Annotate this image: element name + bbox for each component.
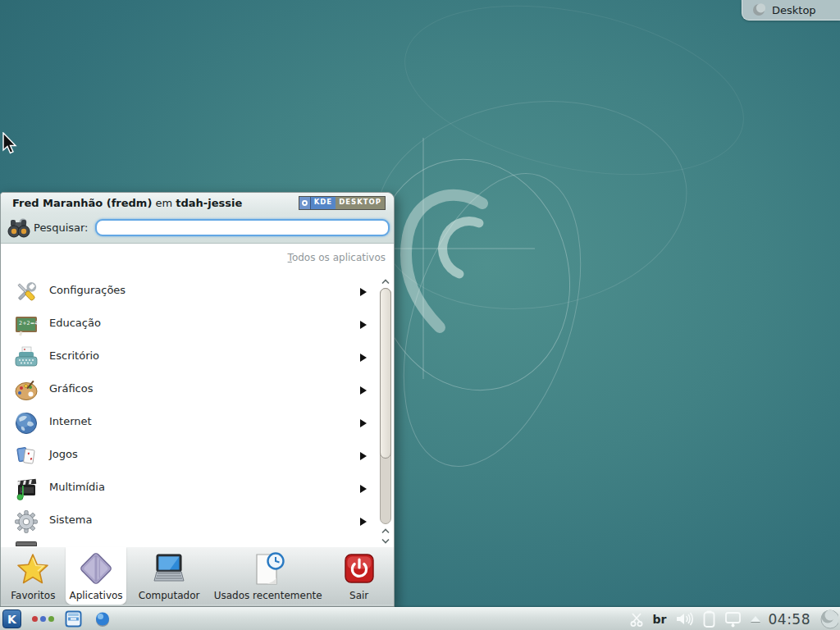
- kickoff-search-row: Pesquisar:: [1, 212, 394, 244]
- tray-expander-up-icon[interactable]: [751, 616, 760, 622]
- star-icon: [15, 551, 51, 587]
- paint-palette-icon: [13, 377, 39, 404]
- submenu-arrow-icon: [360, 386, 367, 395]
- tab-sair[interactable]: Sair: [324, 547, 394, 605]
- clapperboard-note-icon: ♪: [13, 476, 39, 502]
- badge-kde-label: KDE: [311, 197, 336, 209]
- submenu-arrow-icon: [360, 321, 367, 329]
- menu-item-sistema[interactable]: Sistema: [1, 505, 378, 538]
- submenu-arrow-icon: [360, 354, 367, 362]
- scrollbar-thumb[interactable]: [380, 288, 391, 459]
- desktop: Desktop Fred Maranhão (fredm) em tdah-je…: [0, 0, 840, 630]
- scissors-icon[interactable]: [629, 611, 645, 627]
- kickoff-launcher: Fred Maranhão (fredm) em tdah-jessie KDE…: [0, 192, 395, 607]
- mouse-cursor: [2, 132, 20, 157]
- crossed-tools-icon: [13, 279, 39, 305]
- menu-item-educacao[interactable]: 2+2=4 Educação: [1, 308, 378, 341]
- kickoff-header: Fred Maranhão (fredm) em tdah-jessie KDE…: [1, 193, 394, 212]
- menu-scrollbar[interactable]: [379, 277, 392, 546]
- volume-icon[interactable]: [675, 611, 695, 627]
- badge-desktop-label: DESKTOP: [336, 197, 385, 209]
- scroll-down-icon[interactable]: [380, 536, 391, 545]
- submenu-arrow-icon: [360, 419, 367, 427]
- cashew-icon: [752, 3, 765, 16]
- device-notifier-icon[interactable]: [724, 611, 742, 628]
- scroll-up-icon[interactable]: [380, 277, 391, 285]
- kde-desktop-badge: KDE DESKTOP: [299, 196, 386, 210]
- menu-item-configuracoes[interactable]: Configurações: [1, 276, 378, 308]
- chalkboard-icon: 2+2=4: [13, 312, 39, 338]
- gear-icon: [13, 509, 39, 535]
- kickoff-menu-body: Todos os aplicativos Configurações: [1, 244, 394, 547]
- kickoff-tab-bar: Favoritos Aplicativos: [1, 546, 394, 605]
- submenu-arrow-icon: [360, 288, 367, 296]
- breadcrumb[interactable]: Todos os aplicativos: [288, 252, 386, 263]
- playing-cards-icon: [13, 443, 39, 469]
- activities-dots-icon[interactable]: [32, 616, 54, 622]
- kde-diamond-icon: [78, 551, 114, 587]
- kickoff-bottom-edge: [1, 605, 394, 606]
- binoculars-icon: [7, 216, 30, 240]
- kmenu-icon[interactable]: K: [2, 609, 21, 628]
- battery-icon[interactable]: [703, 610, 715, 628]
- recent-document-clock-icon: [249, 551, 288, 587]
- submenu-arrow-icon: [360, 485, 367, 493]
- menu-item-internet[interactable]: Internet: [1, 407, 378, 440]
- globe-icon: [13, 410, 39, 436]
- header-connector: em: [152, 197, 176, 209]
- tab-usados-recentemente[interactable]: Usados recentemente: [212, 547, 324, 605]
- svg-text:2+2=4: 2+2=4: [19, 320, 38, 326]
- keyboard-layout-indicator[interactable]: br: [653, 613, 667, 626]
- typewriter-icon: [13, 345, 39, 371]
- menu-item-jogos[interactable]: Jogos: [1, 440, 378, 472]
- desktop-toolbox[interactable]: Desktop: [742, 0, 840, 21]
- plasma-sphere-icon[interactable]: [93, 610, 112, 628]
- panel-launchers: K: [2, 608, 112, 630]
- search-label: Pesquisar:: [34, 221, 89, 234]
- desktop-toolbox-label: Desktop: [772, 4, 816, 16]
- menu-item-graficos[interactable]: Gráficos: [1, 374, 378, 407]
- laptop-icon: [148, 551, 190, 587]
- submenu-arrow-icon: [360, 518, 367, 526]
- tab-computador[interactable]: Computador: [126, 547, 212, 605]
- panel-cashew-icon[interactable]: [817, 609, 838, 630]
- tab-favoritos[interactable]: Favoritos: [1, 547, 66, 605]
- kde-gear-mini-icon: [299, 197, 311, 209]
- power-icon: [341, 551, 377, 587]
- tab-aplicativos[interactable]: Aplicativos: [66, 547, 127, 605]
- archive-box-icon[interactable]: [65, 610, 82, 628]
- system-tray: br 04:58: [629, 608, 840, 630]
- search-input[interactable]: [95, 219, 390, 236]
- scroll-up-icon-2[interactable]: [380, 527, 391, 535]
- submenu-arrow-icon: [360, 452, 367, 460]
- menu-item-escritorio[interactable]: Escritório: [1, 341, 378, 374]
- user-name: Fred Maranhão (fredm): [12, 197, 152, 209]
- host-name: tdah-jessie: [176, 197, 242, 209]
- taskbar-panel: K: [0, 607, 840, 630]
- menu-item-multimidia[interactable]: ♪ Multimídia: [1, 472, 378, 505]
- digital-clock[interactable]: 04:58: [769, 611, 811, 628]
